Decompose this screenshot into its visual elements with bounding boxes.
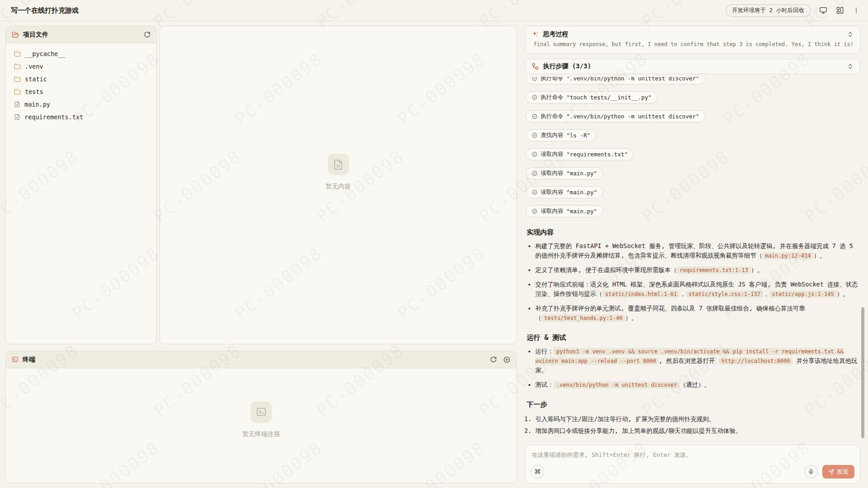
file-icon <box>14 114 20 120</box>
check-circle-icon <box>532 132 538 138</box>
list-item: 增加房间口令或链接分享能力, 加上简单的观战/聊天功能以提升互动体验。 <box>535 425 859 436</box>
check-circle-icon <box>532 208 538 214</box>
check-circle-icon <box>532 113 538 119</box>
action-pill[interactable]: 读取内容"main.py" <box>526 186 603 198</box>
watermark-text: PC-000098 <box>0 437 1 488</box>
list-item: 测试：.venv/bin/python -m unittest discover… <box>535 380 859 389</box>
action-pill[interactable]: 执行命令".venv/bin/python -m unittest discov… <box>526 77 705 84</box>
send-button[interactable]: 发送 <box>822 465 854 479</box>
inline-code-chip: tests/test_hands.py:1-40 <box>542 314 625 322</box>
action-arg: "requirements.txt" <box>566 151 627 158</box>
file-row[interactable]: main.py <box>10 98 152 111</box>
action-label: 读取内容 <box>541 150 563 158</box>
chevrons-up-down-icon[interactable] <box>847 63 854 70</box>
action-arg: "main.py" <box>566 208 597 215</box>
kebab-menu-icon[interactable] <box>853 7 860 14</box>
topbar: 写一个在线打扑克游戏 开发环境将于 2 小时后回收 <box>0 0 868 21</box>
file-name: main.py <box>24 101 50 108</box>
file-name: tests <box>25 88 43 95</box>
inline-code-chip: requirements.txt:1-13 <box>677 267 751 274</box>
file-row[interactable]: __pycache__ <box>10 47 152 60</box>
thinking-card: 思考过程 de a final summary response, but fi… <box>525 26 860 54</box>
action-pill[interactable]: 执行命令".venv/bin/python -m unittest discov… <box>526 110 705 122</box>
action-arg: "main.py" <box>566 189 597 196</box>
action-pill-list: 执行命令".venv/bin/python -m unittest discov… <box>526 77 859 217</box>
microphone-icon[interactable] <box>804 465 818 479</box>
file-row[interactable]: static <box>10 73 152 85</box>
page-title: 写一个在线打扑克游戏 <box>11 6 79 15</box>
folder-icon <box>14 51 21 57</box>
file-row[interactable]: requirements.txt <box>10 111 152 123</box>
send-label: 发送 <box>837 468 849 476</box>
file-icon <box>14 101 20 108</box>
action-label: 执行命令 <box>541 77 563 82</box>
action-label: 读取内容 <box>541 207 563 215</box>
list-item: 交付了响应式前端：语义化 HTML 框架、深色系桌面风格样式以及纯原生 JS 客… <box>535 280 859 299</box>
refresh-icon[interactable] <box>490 356 497 363</box>
chevrons-up-down-icon[interactable] <box>847 31 854 38</box>
chat-input[interactable] <box>525 445 860 463</box>
steps-card: 执行步骤 (3/3) <box>525 59 860 74</box>
list-item: 定义了依赖清单, 便于在虚拟环境中重现所需版本（requirements.txt… <box>535 265 859 275</box>
composer-card: ⌘ 发送 <box>525 445 860 483</box>
action-pill[interactable]: 读取内容"main.py" <box>526 205 603 217</box>
viewer-empty-state: 暂无内容 <box>326 154 351 191</box>
folder-icon <box>14 89 21 95</box>
section-heading: 下一步 <box>527 400 859 409</box>
action-pill[interactable]: 查找内容"ls -R" <box>526 129 596 141</box>
sparkle-icon <box>532 31 539 38</box>
action-pill[interactable]: 读取内容"main.py" <box>526 167 603 179</box>
inline-code-chip: http://localhost:8000 <box>719 357 793 365</box>
file-name: .venv <box>25 63 43 70</box>
action-pill[interactable]: 执行命令"touch tests/__init__.py" <box>526 91 657 103</box>
terminal-title: 终端 <box>23 356 35 364</box>
project-files-header: 项目文件 <box>6 26 156 43</box>
folder-open-icon <box>12 31 19 38</box>
inline-code-chip: .venv/bin/python -m unittest discover <box>554 381 680 389</box>
section-heading: 运行 & 测试 <box>527 333 859 342</box>
scrollbar-thumb[interactable] <box>861 307 864 438</box>
project-files-title: 项目文件 <box>23 31 48 39</box>
monitor-icon[interactable] <box>819 6 827 14</box>
send-plane-icon <box>828 469 834 475</box>
file-row[interactable]: tests <box>10 85 152 98</box>
layout-panels-icon[interactable] <box>836 6 844 14</box>
file-name: static <box>25 75 47 83</box>
action-label: 查找内容 <box>541 131 563 139</box>
list-item: 补充了扑克手牌评分的单元测试, 覆盖顺子同花、四条以及 7 张牌取最佳组合, 确… <box>535 304 859 323</box>
section-heading: 实现内容 <box>527 228 859 237</box>
section-list: 引入筹码与下注/跟注/加注等行动, 扩展为完整的德州扑克规则。增加房间口令或链接… <box>526 413 859 436</box>
action-arg: ".venv/bin/python -m unittest discover" <box>566 113 699 120</box>
terminal-header: 终端 <box>6 351 516 368</box>
list-item: 运行：python3 -m venv .venv && source .venv… <box>535 347 859 375</box>
inline-code-chip: static/index.html:1-61 <box>603 291 680 298</box>
assistant-panel: 思考过程 de a final summary response, but fi… <box>525 26 860 483</box>
terminal-panel: 终端 暂无终端连接 <box>5 351 517 483</box>
command-icon[interactable]: ⌘ <box>531 465 544 479</box>
file-text-icon <box>328 154 349 175</box>
terminal-empty-state: 暂无终端连接 <box>242 401 280 438</box>
action-pill[interactable]: 读取内容"requirements.txt" <box>526 148 633 160</box>
folder-icon <box>14 63 21 70</box>
plus-circle-icon[interactable] <box>503 356 510 363</box>
action-arg: "ls -R" <box>566 132 590 139</box>
action-arg: "touch tests/__init__.py" <box>566 94 651 101</box>
action-arg: ".venv/bin/python -m unittest discover" <box>566 77 699 82</box>
watermark-text: PC-000098 <box>0 49 1 129</box>
section-list: 构建了完整的 FastAPI + WebSocket 服务, 管理玩家、阶段、公… <box>526 241 859 323</box>
terminal-empty-text: 暂无终端连接 <box>242 430 280 438</box>
file-name: __pycache__ <box>25 50 65 57</box>
content-viewer-panel: 暂无内容 <box>160 26 517 344</box>
topbar-actions: 开发环境将于 2 小时后回收 <box>726 5 860 17</box>
check-circle-icon <box>532 94 538 100</box>
terminal-icon <box>12 356 19 363</box>
steps-scroll-area[interactable]: 执行命令".venv/bin/python -m unittest discov… <box>525 77 860 441</box>
folder-icon <box>14 76 21 83</box>
refresh-icon[interactable] <box>144 31 151 38</box>
assistant-report: 实现内容构建了完整的 FastAPI + WebSocket 服务, 管理玩家、… <box>526 228 859 436</box>
file-row[interactable]: .venv <box>10 60 152 73</box>
action-label: 执行命令 <box>541 94 563 101</box>
thinking-stream-text: de a final summary response, but first, … <box>532 41 854 47</box>
list-item: 引入筹码与下注/跟注/加注等行动, 扩展为完整的德州扑克规则。 <box>535 413 859 424</box>
workflow-icon <box>532 63 539 70</box>
